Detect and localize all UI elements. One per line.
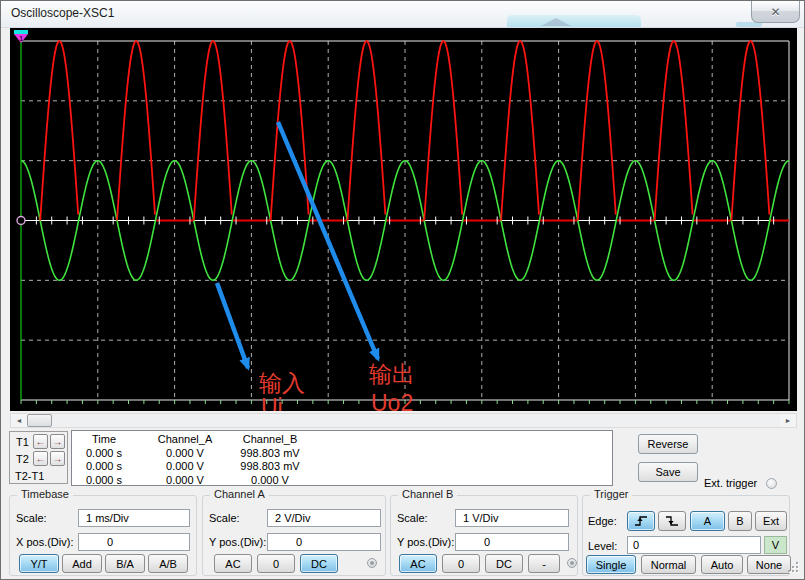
timebase-scale-label: Scale: (16, 512, 47, 524)
trigger-level-unit-select[interactable]: V (764, 536, 787, 554)
t1-channel-b-value: 998.803 mV (234, 447, 306, 459)
channel-a-dc-button[interactable]: DC (300, 554, 338, 573)
t2-time-value: 0.000 s (72, 460, 136, 472)
channel-b-ac-button[interactable]: AC (399, 554, 437, 573)
channel-a-zero-button[interactable]: 0 (257, 554, 295, 573)
channel-b-minus-button[interactable]: - (528, 554, 560, 573)
horizontal-scrollbar[interactable]: ◄ ► (10, 413, 797, 428)
timebase-xpos-input[interactable] (78, 533, 190, 551)
trigger-none-button[interactable]: None (747, 555, 791, 574)
trigger-normal-button[interactable]: Normal (641, 555, 696, 574)
trigger-auto-button[interactable]: Auto (701, 555, 743, 574)
ext-trigger-terminal-icon (766, 478, 777, 489)
resize-grip[interactable] (788, 562, 800, 576)
channel-b-terminal-icon (567, 558, 577, 568)
t2-channel-a-value: 0.000 V (136, 460, 234, 472)
timebase-group: Timebase Scale: X pos.(Div): Y/T Add B/A… (9, 495, 197, 576)
readout-table: Time Channel_A Channel_B 0.000 s 0.000 V… (71, 430, 613, 486)
aero-glass-shape (541, 18, 571, 26)
channel-b-zero-button[interactable]: 0 (442, 554, 480, 573)
reverse-button[interactable]: Reverse (638, 434, 698, 454)
ba-button-label: B/A (116, 558, 134, 570)
timebase-xpos-label: X pos.(Div): (16, 536, 73, 548)
trigger-source-b-button[interactable]: B (728, 511, 752, 531)
channel-b-dc-button[interactable]: DC (485, 554, 523, 573)
channel-a-group: Channel A Scale: Y pos.(Div): AC 0 DC (202, 495, 386, 576)
timebase-yt-button[interactable]: Y/T (19, 554, 59, 573)
trigger-source-ext-button[interactable]: Ext (755, 511, 787, 531)
channel-b-zero-label: 0 (458, 558, 464, 570)
channel-a-ac-button[interactable]: AC (214, 554, 252, 573)
trigger-a-label: A (704, 515, 711, 527)
falling-edge-icon (664, 515, 680, 527)
ab-button-label: A/B (159, 558, 177, 570)
save-button-label: Save (655, 466, 680, 478)
trigger-ext-label: Ext (763, 515, 779, 527)
channel-b-ypos-input[interactable] (455, 533, 569, 551)
channel-a-ypos-label: Y pos.(Div): (209, 536, 266, 548)
trigger-single-button[interactable]: Single (586, 555, 636, 574)
t1-channel-a-value: 0.000 V (136, 447, 234, 459)
level-unit-label: V (772, 539, 779, 551)
channel-a-terminal-icon (367, 558, 377, 568)
t1-left-button[interactable]: ← (33, 434, 48, 449)
channel-a-scale-input[interactable] (267, 509, 381, 527)
channel-b-dc-label: DC (496, 558, 512, 570)
scope-display-panel: 1输入Ui输出Uo2 (10, 28, 797, 411)
svg-text:输入: 输入 (259, 370, 305, 396)
readout-row-t2-t1: 0.000 s 0.000 V 0.000 V (72, 472, 612, 486)
t2-channel-b-value: 998.803 mV (234, 460, 306, 472)
timebase-scale-input[interactable] (78, 509, 190, 527)
scrollbar-left-arrow[interactable]: ◄ (11, 414, 27, 427)
trigger-edge-label: Edge: (588, 515, 617, 527)
readout-header-row: Time Channel_A Channel_B (72, 431, 612, 445)
right-arrow-icon: → (53, 437, 63, 447)
t2-t1-channel-b-value: 0.000 V (234, 474, 306, 486)
channel-a-ac-label: AC (225, 558, 240, 570)
window-title: Oscilloscope-XSC1 (11, 6, 114, 20)
rising-edge-icon (633, 515, 649, 527)
readout-col-channel-b: Channel_B (234, 433, 306, 445)
t2-t1-label: T2-T1 (15, 470, 44, 482)
trigger-level-label: Level: (588, 540, 617, 552)
scope-screen: 1输入Ui输出Uo2 (10, 28, 797, 411)
reverse-button-label: Reverse (648, 438, 689, 450)
readout-row-t2: 0.000 s 0.000 V 998.803 mV (72, 459, 612, 473)
trigger-falling-edge-button[interactable] (658, 511, 686, 531)
timebase-ba-button[interactable]: B/A (105, 554, 145, 573)
trigger-rising-edge-button[interactable] (627, 511, 655, 531)
timebase-ab-button[interactable]: A/B (148, 554, 188, 573)
channel-b-caption: Channel B (398, 488, 457, 500)
t1-label: T1 (16, 436, 29, 448)
channel-a-ypos-input[interactable] (267, 533, 381, 551)
timebase-caption: Timebase (17, 488, 73, 500)
readout-row-t1: 0.000 s 0.000 V 998.803 mV (72, 445, 612, 459)
timebase-add-button[interactable]: Add (62, 554, 102, 573)
auto-button-label: Auto (711, 559, 734, 571)
svg-text:输出: 输出 (369, 361, 415, 387)
channel-b-scale-input[interactable] (455, 509, 569, 527)
scrollbar-right-arrow[interactable]: ► (780, 414, 796, 427)
right-arrow-icon: → (53, 454, 63, 464)
add-button-label: Add (72, 558, 92, 570)
t2-left-button[interactable]: ← (33, 451, 48, 466)
scrollbar-thumb[interactable] (27, 414, 52, 427)
left-arrow-icon: ← (36, 454, 46, 464)
channel-b-group: Channel B Scale: Y pos.(Div): AC 0 DC - (390, 495, 578, 576)
scroll-left-icon: ◄ (16, 417, 23, 424)
svg-text:Uo2: Uo2 (371, 390, 413, 411)
channel-a-scale-label: Scale: (209, 512, 240, 524)
trigger-level-input[interactable] (627, 536, 761, 554)
channel-b-ypos-label: Y pos.(Div): (397, 536, 454, 548)
t2-right-button[interactable]: → (50, 451, 65, 466)
close-button[interactable]: ✕ (751, 1, 800, 23)
save-button[interactable]: Save (638, 462, 698, 482)
titlebar[interactable]: Oscilloscope-XSC1 ✕ (1, 1, 805, 28)
trigger-caption: Trigger (590, 488, 632, 500)
trigger-source-a-button[interactable]: A (690, 511, 725, 531)
channel-b-minus-label: - (542, 558, 546, 570)
yt-button-label: Y/T (30, 558, 47, 570)
t1-right-button[interactable]: → (50, 434, 65, 449)
t2-t1-channel-a-value: 0.000 V (136, 474, 234, 486)
left-arrow-icon: ← (36, 437, 46, 447)
